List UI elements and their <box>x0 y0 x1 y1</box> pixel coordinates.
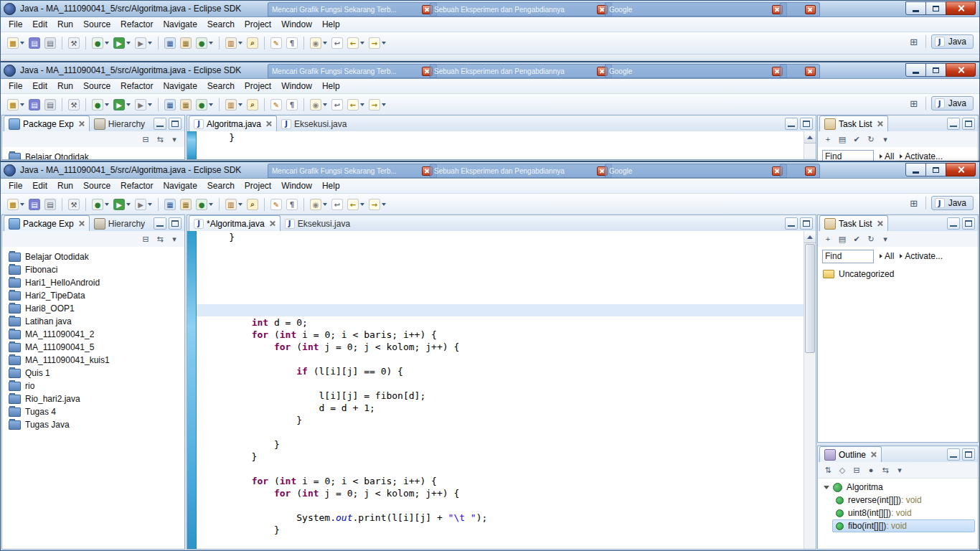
titlebar[interactable]: Java - MA_111090041_5/src/Algoritma.java… <box>1 162 979 179</box>
new-java-project-button[interactable]: ▦ <box>163 197 177 212</box>
minimize-view-button[interactable] <box>947 118 960 130</box>
code-line[interactable]: for (int i = 0; i < baris; i++) { <box>197 475 804 487</box>
editor-tab-algoritma-java[interactable]: J*Algoritma.java <box>189 215 281 231</box>
titlebar[interactable]: Java - MA_111090041_5/src/Algoritma.java… <box>1 1 979 17</box>
code-line[interactable]: } <box>197 131 804 143</box>
code-line[interactable] <box>197 426 804 438</box>
print-button[interactable]: ▤ <box>43 197 57 212</box>
minimize-view-button[interactable] <box>947 448 960 461</box>
maximize-view-button[interactable] <box>800 217 813 230</box>
sort-button[interactable]: ⇅ <box>822 464 834 476</box>
external-annotation-button[interactable]: ✎ <box>269 97 283 113</box>
hide-static-members-button[interactable]: ⊟ <box>851 464 862 476</box>
show-whitespace-button[interactable]: ¶ <box>285 35 299 51</box>
minimize-view-button[interactable] <box>785 118 798 130</box>
new-java-project-button[interactable]: ▦ <box>163 97 177 113</box>
collapse-all-button[interactable]: ⊟ <box>140 133 151 145</box>
task-category-uncategorized[interactable]: Uncategorized <box>818 267 978 281</box>
debug-button[interactable]: ● <box>90 97 110 113</box>
new-wizard-button[interactable]: ▩ <box>6 197 26 212</box>
background-window-titlebar[interactable]: Google <box>605 64 787 78</box>
new-task-button[interactable]: + <box>822 133 834 145</box>
background-close-icon[interactable] <box>805 67 816 76</box>
code-line[interactable] <box>197 243 804 255</box>
external-annotation-button[interactable]: ✎ <box>269 35 283 51</box>
close-button[interactable] <box>946 163 976 176</box>
tree-item-ma-111090041-2[interactable]: MA_111090041_2 <box>2 328 184 341</box>
background-window-titlebar[interactable]: Mencari Grafik Fungsi Sekarang Terb... <box>268 164 437 178</box>
view-menu-button[interactable]: ▾ <box>894 464 905 476</box>
collapse-all-button[interactable]: ⊟ <box>140 233 151 245</box>
minimize-view-button[interactable] <box>947 217 960 230</box>
coverage-button[interactable]: ▥ <box>224 35 244 51</box>
menu-help[interactable]: Help <box>317 179 345 192</box>
code-line[interactable]: } <box>197 451 804 463</box>
code-line[interactable]: if (l[i][j] == 0) { <box>197 365 804 377</box>
menu-refactor[interactable]: Refactor <box>116 179 158 192</box>
view-menu-button[interactable]: ▾ <box>880 233 891 245</box>
new-class-button[interactable]: ● <box>194 197 215 212</box>
save-button[interactable]: ▤ <box>27 35 42 51</box>
close-tab-icon[interactable] <box>877 220 883 227</box>
maximize-view-button[interactable] <box>962 217 975 230</box>
run-button[interactable]: ▶ <box>112 97 132 113</box>
task-list-activate-link[interactable]: Activate... <box>905 151 943 161</box>
outline-method-fibo-int[interactable]: fibo(int[][]) : void <box>832 519 975 532</box>
tree-item-belajar-otodidak[interactable]: Belajar Otodidak <box>2 250 184 263</box>
code-editor[interactable]: } int d = 0; for (int i = 0; i < baris; … <box>197 231 804 549</box>
new-java-project-button[interactable]: ▦ <box>163 35 177 51</box>
menu-search[interactable]: Search <box>202 80 240 93</box>
tree-item-tugas-java[interactable]: Tugas Java <box>2 418 184 431</box>
code-line[interactable] <box>197 292 804 304</box>
save-button[interactable]: ▤ <box>27 97 42 113</box>
maximize-button[interactable] <box>925 163 946 176</box>
forward-button[interactable]: → <box>367 97 387 113</box>
last-edit-location-button[interactable]: ↩ <box>330 97 344 113</box>
mark-occurrences-button[interactable]: ◉ <box>308 197 329 212</box>
view-menu-button[interactable]: ▾ <box>169 233 180 245</box>
new-wizard-button[interactable]: ▩ <box>6 35 26 51</box>
new-package-button[interactable]: ▦ <box>179 197 193 212</box>
minimize-button[interactable] <box>905 163 926 176</box>
hide-non-public-members-button[interactable]: ● <box>865 464 877 476</box>
background-window-titlebar[interactable]: Google <box>605 164 787 178</box>
scroll-up-button[interactable] <box>804 131 816 143</box>
build-all-button[interactable]: ⚒ <box>67 197 81 212</box>
debug-button[interactable]: ● <box>90 35 110 51</box>
print-button[interactable]: ▤ <box>43 97 57 113</box>
new-task-button[interactable]: + <box>822 233 834 245</box>
categorized-view-button[interactable]: ▤ <box>837 133 848 145</box>
external-tools-button[interactable]: ▶ <box>133 197 154 212</box>
search-button[interactable]: ⌕ <box>245 97 260 113</box>
code-line[interactable]: for (int j = 0; j < kolom; j++) { <box>197 341 804 353</box>
maximize-view-button[interactable] <box>962 448 975 461</box>
code-line[interactable]: } <box>197 414 804 426</box>
new-package-button[interactable]: ▦ <box>179 97 193 113</box>
outline-method-uint8-int[interactable]: uint8(int[][]) : void <box>832 507 975 519</box>
editor-scrollbar[interactable] <box>804 231 816 549</box>
background-close-icon[interactable] <box>805 166 816 176</box>
mark-occurrences-button[interactable]: ◉ <box>308 97 329 113</box>
menu-window[interactable]: Window <box>276 80 317 93</box>
minimize-view-button[interactable] <box>785 217 798 230</box>
new-wizard-button[interactable]: ▩ <box>6 97 26 113</box>
back-button[interactable]: ← <box>346 197 366 212</box>
menu-navigate[interactable]: Navigate <box>158 18 202 31</box>
code-line[interactable] <box>197 463 804 475</box>
external-annotation-button[interactable]: ✎ <box>269 197 283 212</box>
menu-run[interactable]: Run <box>52 179 78 192</box>
background-window-titlebar[interactable]: Sebuah Eksperimen dan Pengabdiannya <box>430 2 612 17</box>
tree-item-belajar-otodidak[interactable]: Belajar Otodidak <box>2 151 184 159</box>
tree-item-hari8-oop1[interactable]: Hari8_OOP1 <box>2 302 184 315</box>
hide-completed-button[interactable]: ✔ <box>851 133 862 145</box>
menu-refactor[interactable]: Refactor <box>116 18 158 31</box>
tab-task-list[interactable]: Task List <box>819 215 888 231</box>
show-whitespace-button[interactable]: ¶ <box>285 97 299 113</box>
scroll-up-button[interactable] <box>804 231 816 243</box>
menu-run[interactable]: Run <box>52 80 78 93</box>
menu-file[interactable]: File <box>4 18 27 31</box>
outline-method-reverse-int[interactable]: reverse(int[][]) : void <box>832 494 975 507</box>
maximize-view-button[interactable] <box>169 118 182 130</box>
background-window-titlebar[interactable] <box>780 64 820 78</box>
background-window-titlebar[interactable]: Sebuah Eksperimen dan Pengabdiannya <box>430 164 612 178</box>
